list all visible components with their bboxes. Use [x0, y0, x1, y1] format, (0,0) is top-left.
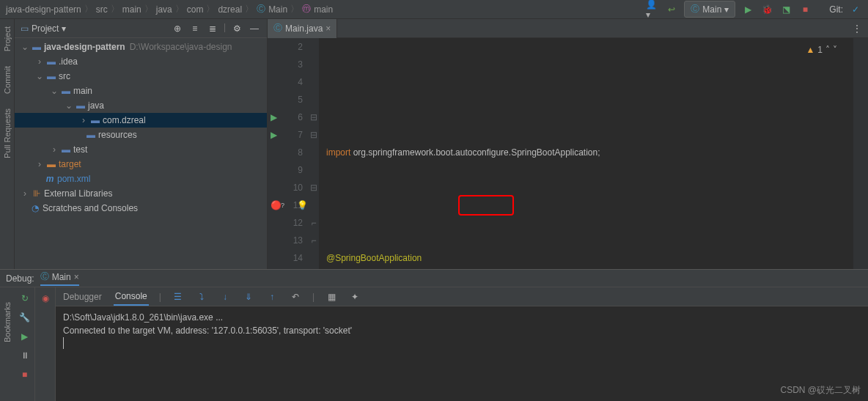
expand-all-icon[interactable]: ≡	[188, 22, 202, 35]
drop-frame-icon[interactable]: ↶	[289, 290, 302, 303]
chevron-right-icon: 〉	[111, 3, 119, 15]
project-tree[interactable]: ⌄▬java-design-patternD:\Workspace\java-d…	[15, 38, 267, 269]
breadcrumb-item[interactable]: src	[96, 4, 108, 15]
chevron-right-icon: 〉	[175, 3, 184, 15]
tab-console[interactable]: Console	[114, 288, 149, 306]
bookmarks-tool-button[interactable]: Bookmarks	[3, 302, 12, 342]
fold-icon[interactable]: ⊟	[309, 126, 319, 144]
coverage-button[interactable]: ⬔	[779, 3, 792, 16]
tree-item-idea[interactable]: ›▬.idea	[15, 54, 267, 69]
breadcrumb-item[interactable]: Main	[268, 4, 287, 15]
run-config-label: Main	[702, 4, 721, 15]
debug-button[interactable]: 🐞	[760, 3, 773, 16]
step-over-icon[interactable]: ⤵	[195, 290, 208, 303]
folder-icon: ▬	[45, 70, 57, 82]
evaluate-icon[interactable]: ▦	[325, 290, 338, 303]
line-number: 4	[268, 73, 303, 91]
modify-run-icon[interactable]: 🔧	[18, 311, 32, 324]
tab-debugger[interactable]: Debugger	[62, 289, 103, 305]
back-icon[interactable]: ↩	[665, 3, 678, 16]
pull-requests-tool-button[interactable]: Pull Requests	[3, 108, 12, 158]
chevron-right-icon: 〉	[144, 3, 153, 15]
view-breakpoints-icon[interactable]: ◉	[39, 292, 52, 305]
force-step-into-icon[interactable]: ⇓	[242, 290, 255, 303]
rerun-icon[interactable]: ↻	[18, 292, 32, 305]
more-icon[interactable]: ⋮	[850, 22, 864, 35]
chevron-down-icon[interactable]: ˅	[833, 41, 837, 59]
line-number: 13	[268, 232, 303, 249]
step-out-icon[interactable]: ↑	[265, 290, 279, 303]
tree-item-main[interactable]: ⌄▬main	[15, 84, 267, 98]
folder-icon: ▬	[60, 85, 72, 97]
editor-body[interactable]: 2 3 4 5 ▶6 ▶7 8 9 10 🔴?💡11 12 13 14 ⊟ ⊟	[268, 38, 868, 269]
breadcrumb-item[interactable]: main	[122, 4, 141, 15]
breadcrumb-item[interactable]: main	[314, 4, 333, 15]
run-config-dropdown[interactable]: Ⓒ Main ▾	[684, 1, 735, 18]
step-into-icon[interactable]: ↓	[218, 290, 232, 303]
tree-item-external-libs[interactable]: ›⊪External Libraries	[15, 186, 267, 201]
run-gutter-icon[interactable]: ▶	[271, 126, 277, 144]
fold-icon[interactable]: ⊟	[309, 179, 319, 196]
resume-icon[interactable]: ▶	[18, 330, 32, 343]
fold-end-icon[interactable]: ⌐	[309, 214, 319, 232]
breadcrumb-item[interactable]: com	[187, 4, 204, 15]
line-number: 14	[268, 249, 303, 267]
breadcrumb-item[interactable]: java-design-pattern	[6, 4, 81, 15]
project-tool-button[interactable]: Project	[3, 26, 12, 51]
tree-item-pom[interactable]: mpom.xml	[15, 172, 267, 186]
project-panel-title[interactable]: ▭ Project ▾	[21, 23, 165, 34]
fold-end-icon[interactable]: ⌐	[309, 232, 319, 249]
breadcrumb-item[interactable]: java	[156, 4, 172, 15]
tree-item-target[interactable]: ›▬target	[15, 157, 267, 172]
pause-icon[interactable]: ⏸	[18, 349, 32, 362]
close-icon[interactable]: ×	[74, 272, 79, 282]
threads-icon[interactable]: ☰	[172, 290, 185, 303]
gear-icon[interactable]: ⚙	[230, 22, 243, 35]
tree-item-test[interactable]: ›▬test	[15, 142, 267, 157]
collapse-all-icon[interactable]: ≣	[206, 22, 219, 35]
editor-scrollbar[interactable]	[853, 38, 868, 269]
code-area[interactable]: ▲1˄˅ import org.springframework.boot.aut…	[319, 38, 853, 269]
gutter[interactable]: 2 3 4 5 ▶6 ▶7 8 9 10 🔴?💡11 12 13 14	[268, 38, 309, 269]
console-output[interactable]: D:\Soft\Java\jdk1.8.0_261\bin\java.exe .…	[56, 306, 868, 401]
arrow-right-icon: ›	[35, 160, 44, 169]
class-icon: Ⓒ	[273, 22, 282, 34]
debug-config-tab[interactable]: Ⓒ Main ×	[40, 271, 79, 286]
separator: |	[312, 292, 315, 302]
close-icon[interactable]: ×	[326, 23, 331, 34]
bulb-icon[interactable]: 💡	[297, 196, 308, 214]
console-cursor	[63, 337, 64, 349]
chevron-up-icon[interactable]: ˄	[825, 41, 830, 59]
folder-icon: ▬	[45, 158, 57, 170]
run-button[interactable]: ▶	[741, 3, 754, 16]
run-gutter-icon[interactable]: ▶	[271, 108, 277, 126]
tree-item-resources[interactable]: ▬resources	[15, 128, 267, 142]
select-opened-file-icon[interactable]: ⊕	[171, 22, 184, 35]
hide-icon[interactable]: —	[248, 22, 261, 35]
fold-column[interactable]: ⊟ ⊟ ⊟ ⌐ ⌐	[309, 38, 319, 269]
tree-item-java[interactable]: ⌄▬java	[15, 98, 267, 113]
chevron-down-icon: ▾	[62, 23, 66, 34]
tree-root[interactable]: ⌄▬java-design-patternD:\Workspace\java-d…	[15, 40, 267, 54]
editor-tab[interactable]: Ⓒ Main.java ×	[268, 19, 337, 38]
commit-tool-button[interactable]: Commit	[3, 66, 12, 94]
line-number: 12	[268, 214, 303, 232]
line-number: 10	[268, 179, 303, 196]
tree-item-package[interactable]: ›▬com.dzreal	[15, 113, 267, 128]
fold-icon[interactable]: ⊟	[309, 108, 319, 126]
frame-icon[interactable]: 🔴?	[271, 196, 282, 214]
breadcrumb-item[interactable]: dzreal	[218, 4, 242, 15]
trace-icon[interactable]: ✦	[348, 290, 361, 303]
tree-item-scratches[interactable]: ◔Scratches and Consoles	[15, 201, 267, 216]
editor-tabs: Ⓒ Main.java × ⋮	[268, 19, 868, 38]
editor-area: Ⓒ Main.java × ⋮ 2 3 4 5 ▶6 ▶7 8 9 10 🔴?💡…	[268, 19, 868, 269]
user-icon[interactable]: 👤▾	[646, 3, 659, 16]
stop-icon[interactable]: ■	[18, 368, 32, 381]
tree-item-src[interactable]: ⌄▬src	[15, 69, 267, 84]
stop-button[interactable]: ■	[798, 3, 812, 16]
breadcrumb[interactable]: java-design-pattern〉 src〉 main〉 java〉 co…	[6, 3, 646, 15]
class-icon: Ⓒ	[40, 271, 49, 283]
git-branch-icon[interactable]: ✓	[849, 3, 862, 16]
warning-badge[interactable]: ▲1˄˅	[806, 41, 837, 59]
debug-panel: Debug: Ⓒ Main × Bookmarks ↻ 🔧 ▶ ⏸ ■ ◉ De…	[0, 269, 868, 401]
